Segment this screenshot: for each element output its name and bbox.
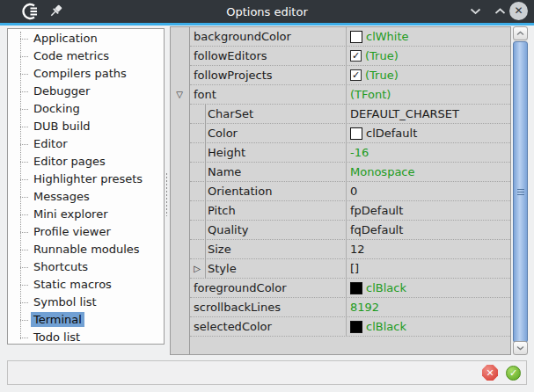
property-value-text: 0: [350, 185, 357, 198]
cancel-x-icon: ✕: [486, 367, 494, 379]
property-name: Pitch: [190, 201, 347, 220]
property-row-font[interactable]: font(TFont): [190, 85, 510, 105]
property-row-Quality[interactable]: QualityfqDefault: [190, 221, 510, 240]
sidebar-item-editor-pages[interactable]: Editor pages: [8, 153, 164, 171]
sidebar-item-label: Todo list: [31, 330, 83, 345]
ok-check-icon: ✓: [509, 367, 517, 379]
sidebar-item-debugger[interactable]: Debugger: [8, 83, 164, 100]
property-row-selectedColor[interactable]: selectedColorclBlack: [190, 317, 510, 337]
property-value[interactable]: fqDefault: [347, 221, 510, 239]
color-swatch-icon: [350, 127, 362, 140]
property-row-followProjects[interactable]: followProjects✓(True): [190, 66, 510, 85]
property-value[interactable]: ✓(True): [347, 66, 510, 84]
property-value[interactable]: clBlack: [347, 317, 510, 336]
cancel-button[interactable]: ✕: [482, 365, 498, 381]
sidebar-item-label: DUB build: [31, 119, 93, 134]
vertical-scrollbar[interactable]: [513, 26, 528, 355]
sidebar-item-shortcuts[interactable]: Shortcuts: [8, 258, 164, 276]
property-name: font: [190, 85, 347, 104]
property-value[interactable]: (TFont): [347, 85, 510, 104]
property-value-text: clWhite: [366, 30, 409, 43]
property-row-foregroundColor[interactable]: foregroundColorclBlack: [190, 279, 510, 298]
checkbox-checked-icon[interactable]: ✓: [350, 69, 362, 81]
sidebar-item-code-metrics[interactable]: Code metrics: [8, 47, 164, 65]
close-button[interactable]: ✕: [509, 2, 528, 20]
expander-open-icon[interactable]: ▽: [173, 89, 186, 101]
sidebar-item-todo-list[interactable]: Todo list: [8, 329, 164, 345]
property-grid: backgroundColorclWhitefollowEditors✓(Tru…: [170, 26, 511, 355]
sidebar-item-label: Mini explorer: [31, 207, 111, 221]
property-value-text: []: [350, 262, 359, 275]
splitter-handle[interactable]: [165, 172, 169, 216]
property-name: Color: [190, 124, 347, 142]
color-swatch-icon: [350, 321, 362, 333]
color-swatch-icon: [350, 31, 362, 43]
ok-button[interactable]: ✓: [506, 366, 521, 381]
sidebar-item-docking[interactable]: Docking: [8, 100, 164, 118]
property-name: Orientation: [190, 182, 347, 200]
property-row-Style[interactable]: Style[]: [190, 259, 510, 279]
property-row-scrollbackLines[interactable]: scrollbackLines8192: [190, 298, 510, 317]
property-value[interactable]: clWhite: [347, 27, 510, 46]
sidebar-item-label: Profile viewer: [31, 224, 113, 239]
property-value[interactable]: DEFAULT_CHARSET: [347, 105, 510, 123]
property-row-Color[interactable]: ColorclDefault: [190, 124, 510, 143]
sidebar-item-mini-explorer[interactable]: Mini explorer: [8, 206, 164, 223]
sidebar-item-profile-viewer[interactable]: Profile viewer: [8, 223, 164, 241]
property-value[interactable]: 12: [347, 240, 510, 258]
property-value-text: DEFAULT_CHARSET: [350, 107, 459, 120]
property-name: followEditors: [190, 47, 347, 65]
property-name: CharSet: [190, 105, 347, 123]
sidebar-item-messages[interactable]: Messages: [8, 188, 164, 206]
checkbox-checked-icon[interactable]: ✓: [350, 50, 362, 62]
property-value-text: fqDefault: [350, 223, 403, 236]
property-value[interactable]: clBlack: [347, 279, 510, 297]
property-value[interactable]: fpDefault: [347, 201, 510, 220]
property-row-CharSet[interactable]: CharSetDEFAULT_CHARSET: [190, 105, 510, 124]
property-name: selectedColor: [190, 317, 347, 336]
property-row-Orientation[interactable]: Orientation0: [190, 182, 510, 201]
minimize-button[interactable]: [466, 4, 484, 18]
property-row-Name[interactable]: NameMonospace: [190, 163, 510, 182]
property-value-text: 12: [350, 243, 365, 256]
sidebar-item-label: Editor: [31, 136, 69, 151]
sidebar-item-compilers-paths[interactable]: Compilers paths: [8, 65, 164, 83]
sidebar-item-label: Application: [31, 31, 100, 46]
property-value[interactable]: []: [347, 259, 510, 278]
sidebar-item-static-macros[interactable]: Static macros: [8, 276, 164, 294]
property-value-text: (TFont): [350, 88, 391, 101]
maximize-button[interactable]: [491, 4, 508, 18]
property-row-followEditors[interactable]: followEditors✓(True): [190, 47, 510, 66]
expander-closed-icon[interactable]: ▷: [191, 263, 203, 275]
property-value[interactable]: ✓(True): [347, 47, 510, 65]
property-row-backgroundColor[interactable]: backgroundColorclWhite: [190, 27, 510, 47]
sidebar-item-label: Terminal: [31, 312, 84, 327]
property-value[interactable]: 8192: [347, 298, 510, 316]
property-name: backgroundColor: [190, 27, 347, 46]
sidebar-item-highlighter-presets[interactable]: Highlighter presets: [8, 171, 164, 188]
sidebar-item-editor[interactable]: Editor: [8, 135, 164, 153]
property-name: followProjects: [190, 66, 347, 84]
titlebar: Options editor ✕: [0, 0, 534, 23]
sidebar-item-terminal[interactable]: Terminal: [8, 311, 164, 329]
property-value-text: (True): [365, 49, 399, 62]
property-value[interactable]: -16: [347, 143, 510, 162]
sidebar-item-symbol-list[interactable]: Symbol list: [8, 294, 164, 311]
property-value[interactable]: clDefault: [347, 124, 510, 142]
sidebar-item-application[interactable]: Application: [8, 30, 164, 47]
scroll-down-button[interactable]: [513, 341, 528, 355]
property-value[interactable]: Monospace: [347, 163, 510, 181]
sidebar-item-dub-build[interactable]: DUB build: [8, 118, 164, 135]
property-row-Pitch[interactable]: PitchfpDefault: [190, 201, 510, 221]
property-value[interactable]: 0: [347, 182, 510, 200]
scroll-up-button[interactable]: [513, 26, 528, 40]
property-row-Size[interactable]: Size12: [190, 240, 510, 259]
property-row-Height[interactable]: Height-16: [190, 143, 510, 163]
property-name: Name: [190, 163, 347, 181]
titlebar-accent-line: [0, 23, 534, 25]
grid-gutter: [171, 27, 190, 354]
sidebar-item-label: Symbol list: [31, 294, 99, 309]
category-panel: ApplicationCode metricsCompilers pathsDe…: [7, 28, 165, 345]
sidebar-item-runnable-modules[interactable]: Runnable modules: [8, 241, 164, 258]
scrollbar-thumb[interactable]: [513, 41, 528, 343]
